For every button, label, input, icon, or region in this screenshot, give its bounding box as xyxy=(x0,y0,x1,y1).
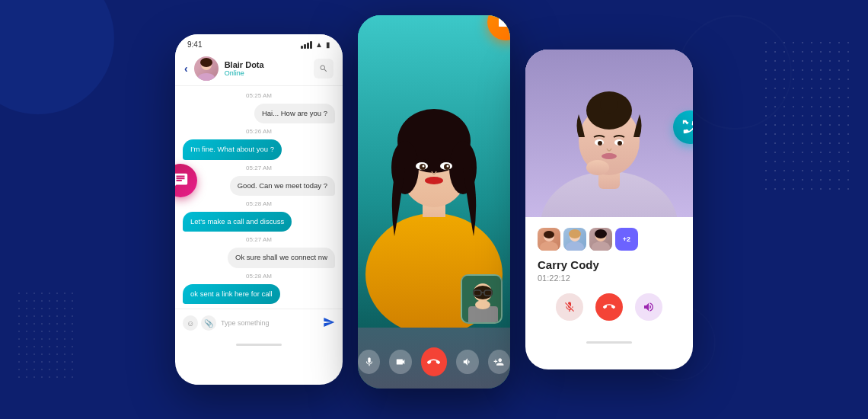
svg-point-42 xyxy=(566,241,584,251)
mute-mic-button[interactable] xyxy=(358,350,380,374)
input-icons: ☺ 📎 xyxy=(183,315,216,331)
msg-bubble-sent-2: Let's make a call and discuss xyxy=(183,212,292,232)
group-avatar-2 xyxy=(563,228,586,251)
group-call-controls xyxy=(538,293,681,321)
emoji-icon[interactable]: ☺ xyxy=(183,315,198,331)
search-button[interactable] xyxy=(314,59,333,78)
chat-header: ‹ Blair Dota Online xyxy=(175,52,343,86)
msg-time-5: 05:27 AM xyxy=(183,236,335,243)
group-avatar-1 xyxy=(538,228,560,251)
back-button[interactable]: ‹ xyxy=(184,62,188,75)
msg-time-6: 05:28 AM xyxy=(183,273,335,280)
bg-dots-right xyxy=(761,38,853,190)
group-caller-name: Carry Cody xyxy=(538,258,681,271)
user-avatar xyxy=(194,56,219,81)
signal-bars xyxy=(301,41,312,49)
svg-point-38 xyxy=(544,231,554,238)
msg-bubble-received-3: Ok sure shall we connect nw xyxy=(228,248,335,267)
phone-chat: 9:41 ▲ ▮ ‹ xyxy=(175,34,343,385)
svg-point-16 xyxy=(447,165,449,168)
video-controls xyxy=(358,347,510,376)
video-background xyxy=(358,15,510,389)
phone-group-call: +2 Carry Cody 01:22:12 xyxy=(525,50,693,369)
svg-point-39 xyxy=(540,241,558,251)
bg-decoration-1 xyxy=(0,0,114,114)
messages-area: 05:25 AM Hai... How are you ? 05:26 AM I… xyxy=(175,86,343,309)
msg-time-3: 05:27 AM xyxy=(183,165,335,171)
svg-point-10 xyxy=(425,177,443,184)
svg-point-41 xyxy=(569,229,581,238)
message-input[interactable]: Type something xyxy=(221,316,318,330)
msg-time-4: 05:28 AM xyxy=(183,200,335,207)
group-avatars-row: +2 xyxy=(538,228,681,251)
msg-bubble-sent-1: I'm fine. What about you ? xyxy=(183,139,282,159)
group-home-bar xyxy=(525,331,693,350)
speaker-button[interactable] xyxy=(456,350,478,374)
add-participant-button[interactable] xyxy=(488,350,510,374)
msg-time-1: 05:25 AM xyxy=(183,92,335,99)
svg-point-34 xyxy=(617,141,622,146)
svg-point-33 xyxy=(598,141,602,146)
group-call-info: +2 Carry Cody 01:22:12 xyxy=(525,217,693,331)
group-avatar-3 xyxy=(589,228,612,251)
group-speaker-button[interactable] xyxy=(635,293,662,321)
svg-point-44 xyxy=(595,229,607,238)
user-info: Blair Dota Online xyxy=(225,60,308,77)
svg-point-45 xyxy=(592,241,610,251)
home-indicator xyxy=(236,344,282,346)
clock: 9:41 xyxy=(187,40,202,49)
msg-bubble-received-2: Good. Can we meet today ? xyxy=(230,176,335,196)
chat-input-area: ☺ 📎 Type something xyxy=(175,309,343,337)
user-status: Online xyxy=(225,69,308,77)
phone-video xyxy=(358,15,510,389)
group-end-call-button[interactable] xyxy=(595,293,623,321)
battery-icon: ▮ xyxy=(326,40,330,49)
svg-point-21 xyxy=(475,300,490,309)
phones-container: 9:41 ▲ ▮ ‹ xyxy=(175,30,693,389)
svg-point-36 xyxy=(586,160,609,175)
svg-point-35 xyxy=(602,153,617,159)
toggle-camera-button[interactable] xyxy=(389,350,411,374)
group-call-timer: 01:22:12 xyxy=(538,273,681,283)
msg-time-2: 05:26 AM xyxy=(183,128,335,135)
end-call-button[interactable] xyxy=(421,347,448,376)
attach-icon[interactable]: 📎 xyxy=(201,315,216,331)
group-avatar-plus-count: +2 xyxy=(615,228,638,251)
msg-bubble-sent-3: ok sent a link here for call xyxy=(183,284,280,304)
group-call-photo xyxy=(525,50,693,217)
msg-bubble-received-1: Hai... How are you ? xyxy=(254,104,335,123)
svg-point-15 xyxy=(423,165,425,168)
home-bar xyxy=(175,337,343,352)
svg-point-1 xyxy=(200,58,212,67)
status-bar: 9:41 ▲ ▮ xyxy=(175,34,343,52)
bg-dots-left xyxy=(15,289,76,381)
group-home-indicator xyxy=(586,341,632,344)
svg-point-30 xyxy=(600,95,618,114)
group-mute-button[interactable] xyxy=(556,293,583,321)
user-name: Blair Dota xyxy=(225,60,308,69)
self-video-thumbnail xyxy=(461,274,503,324)
wifi-icon: ▲ xyxy=(315,40,323,49)
send-button[interactable] xyxy=(323,316,335,331)
